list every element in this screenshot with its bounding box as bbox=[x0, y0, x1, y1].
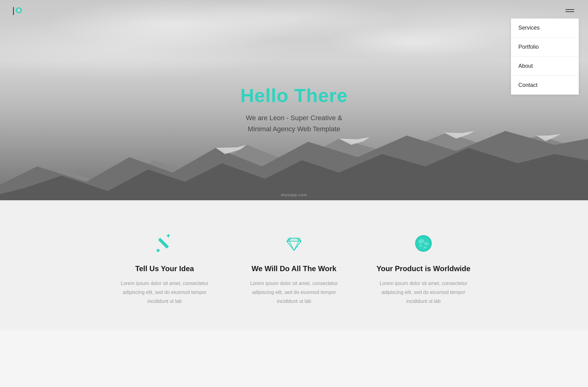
site-header: | O bbox=[0, 0, 588, 21]
hero-subtitle-line2: Minimal Agency Web Template bbox=[248, 125, 340, 133]
nav-item-portfolio[interactable]: Portfolio bbox=[511, 38, 579, 57]
nav-item-about[interactable]: About bbox=[511, 57, 579, 76]
service-card-worldwide: Your Product is Worldwide Lorem ipsum do… bbox=[359, 225, 488, 312]
nav-item-services[interactable]: Services bbox=[511, 18, 579, 38]
diamond-icon bbox=[282, 231, 306, 256]
hero-content: Hello There We are Leon - Super Creative… bbox=[240, 66, 348, 134]
watermark: mostaqi.com bbox=[281, 193, 307, 197]
magic-wand-icon: ✦ ✦ bbox=[152, 231, 177, 256]
hero-section: Hello There We are Leon - Super Creative… bbox=[0, 0, 588, 200]
svg-text:✦: ✦ bbox=[159, 237, 162, 242]
service-desc-idea: Lorem ipsum dolor sit amet, consectetur … bbox=[112, 279, 217, 306]
logo-o: O bbox=[15, 6, 23, 15]
service-title-worldwide: Your Product is Worldwide bbox=[371, 264, 476, 273]
hamburger-button[interactable] bbox=[564, 8, 576, 14]
globe-icon bbox=[411, 231, 436, 256]
hero-title: Hello There bbox=[240, 84, 348, 106]
service-title-work: We Will Do All The Work bbox=[242, 264, 346, 273]
logo-pipe: | bbox=[12, 6, 15, 15]
service-title-idea: Tell Us Your Idea bbox=[112, 264, 217, 273]
hero-subtitle-line1: We are Leon - Super Creative & bbox=[246, 114, 342, 122]
hamburger-line-2 bbox=[566, 11, 574, 12]
service-card-idea: ✦ ✦ Tell Us Your Idea Lorem ipsum dolor … bbox=[100, 225, 229, 312]
hamburger-line-1 bbox=[566, 9, 574, 10]
site-logo[interactable]: | O bbox=[12, 6, 23, 15]
service-card-work: We Will Do All The Work Lorem ipsum dolo… bbox=[229, 225, 359, 312]
service-desc-worldwide: Lorem ipsum dolor sit amet, consectetur … bbox=[371, 279, 476, 306]
service-desc-work: Lorem ipsum dolor sit amet, consectetur … bbox=[242, 279, 346, 306]
services-section: ✦ ✦ Tell Us Your Idea Lorem ipsum dolor … bbox=[0, 200, 588, 330]
hero-subtitle: We are Leon - Super Creative & Minimal A… bbox=[240, 112, 348, 134]
svg-point-23 bbox=[419, 244, 422, 247]
svg-text:✦: ✦ bbox=[165, 233, 171, 240]
nav-item-contact[interactable]: Contact bbox=[511, 76, 579, 95]
nav-dropdown: Services Portfolio About Contact bbox=[511, 18, 579, 95]
svg-marker-8 bbox=[156, 249, 160, 252]
